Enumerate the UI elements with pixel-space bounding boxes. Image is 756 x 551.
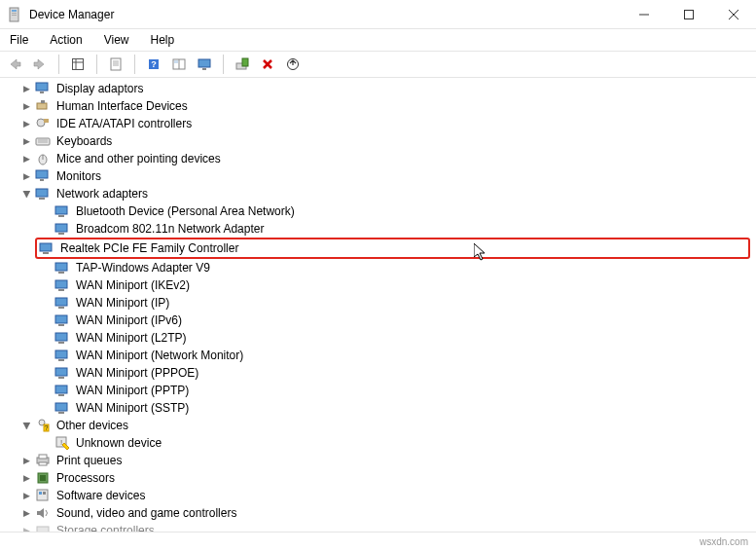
tree-node-other-devices[interactable]: ⯆ ? Other devices bbox=[6, 417, 750, 434]
tree-node-display-adaptors[interactable]: ▶ Display adaptors bbox=[6, 80, 750, 97]
minimize-button[interactable] bbox=[622, 0, 666, 29]
svg-rect-49 bbox=[58, 289, 64, 291]
svg-rect-46 bbox=[55, 263, 67, 271]
tree-label: Unknown device bbox=[74, 434, 163, 452]
svg-rect-38 bbox=[36, 189, 48, 197]
tree-node-software-devices[interactable]: ▶ Software devices bbox=[6, 487, 750, 504]
chevron-right-icon[interactable]: ▶ bbox=[19, 115, 33, 132]
ide-icon bbox=[35, 116, 51, 131]
toolbar-separator bbox=[58, 55, 59, 74]
menu-help[interactable]: Help bbox=[147, 31, 179, 49]
tree-node-sound[interactable]: ▶ Sound, video and game controllers bbox=[6, 504, 750, 522]
tree-node-wan-ikev2[interactable]: WAN Miniport (IKEv2) bbox=[6, 276, 750, 294]
menu-view[interactable]: View bbox=[100, 31, 133, 49]
chevron-right-icon[interactable]: ▶ bbox=[19, 132, 33, 150]
network-adapter-icon bbox=[54, 277, 70, 293]
uninstall-button[interactable] bbox=[257, 54, 278, 75]
tree-node-unknown-device[interactable]: ! Unknown device bbox=[6, 434, 750, 452]
chevron-right-icon[interactable]: ▶ bbox=[19, 150, 33, 167]
chevron-down-icon[interactable]: ⯆ bbox=[19, 417, 33, 434]
scan-hardware-button[interactable] bbox=[232, 54, 253, 75]
tree-node-network-adapters[interactable]: ⯆ Network adapters bbox=[6, 185, 750, 202]
tree-node-keyboards[interactable]: ▶ Keyboards bbox=[6, 132, 750, 150]
svg-rect-52 bbox=[55, 315, 67, 323]
tree-node-wan-ipv6[interactable]: WAN Miniport (IPv6) bbox=[6, 312, 750, 329]
svg-text:?: ? bbox=[151, 59, 157, 69]
view-mode-button[interactable] bbox=[168, 54, 190, 75]
svg-rect-75 bbox=[39, 492, 42, 495]
chevron-right-icon[interactable]: ▶ bbox=[19, 487, 33, 504]
chevron-right-icon[interactable]: ▶ bbox=[19, 522, 33, 532]
tree-node-wan-ip[interactable]: WAN Miniport (IP) bbox=[6, 294, 750, 312]
svg-text:!: ! bbox=[60, 438, 62, 447]
tree-label: IDE ATA/ATAPI controllers bbox=[54, 115, 194, 132]
device-tree[interactable]: ▶ Display adaptors ▶ Human Interface Dev… bbox=[0, 78, 756, 532]
tree-node-wan-pptp[interactable]: WAN Miniport (PPTP) bbox=[6, 382, 750, 399]
tree-label: Sound, video and game controllers bbox=[54, 504, 238, 522]
chevron-right-icon[interactable]: ▶ bbox=[19, 167, 33, 185]
tree-node-wan-sstp[interactable]: WAN Miniport (SSTP) bbox=[6, 399, 750, 417]
chevron-right-icon[interactable]: ▶ bbox=[19, 97, 33, 115]
network-icon bbox=[35, 186, 51, 202]
tree-node-processors[interactable]: ▶ Processors bbox=[6, 469, 750, 487]
chevron-right-icon[interactable]: ▶ bbox=[19, 469, 33, 487]
tree-label: Print queues bbox=[54, 452, 124, 469]
chevron-right-icon[interactable]: ▶ bbox=[19, 452, 33, 469]
properties-button[interactable] bbox=[105, 54, 126, 75]
update-driver-button[interactable] bbox=[282, 54, 304, 75]
tree-label: WAN Miniport (PPPOE) bbox=[74, 364, 200, 382]
storage-icon bbox=[35, 523, 51, 532]
maximize-button[interactable] bbox=[666, 0, 711, 29]
titlebar: Device Manager bbox=[0, 0, 756, 29]
tree-label: WAN Miniport (L2TP) bbox=[74, 329, 189, 347]
tree-node-monitors[interactable]: ▶ Monitors bbox=[6, 167, 750, 185]
tree-node-mice[interactable]: ▶ Mice and other pointing devices bbox=[6, 150, 750, 167]
tree-node-broadcom[interactable]: Broadcom 802.11n Network Adapter bbox=[6, 220, 750, 238]
toolbar-separator bbox=[223, 55, 224, 74]
chevron-right-icon[interactable]: ▶ bbox=[19, 504, 33, 522]
svg-rect-54 bbox=[55, 333, 67, 341]
svg-rect-59 bbox=[58, 377, 64, 379]
menu-file[interactable]: File bbox=[6, 31, 32, 49]
svg-rect-26 bbox=[40, 92, 44, 93]
tree-node-wan-pppoe[interactable]: WAN Miniport (PPPOE) bbox=[6, 364, 750, 382]
svg-rect-56 bbox=[55, 350, 67, 358]
tree-node-tap[interactable]: TAP-Windows Adapter V9 bbox=[6, 259, 750, 276]
svg-rect-20 bbox=[198, 59, 210, 67]
tree-node-wan-netmon[interactable]: WAN Miniport (Network Monitor) bbox=[6, 347, 750, 364]
svg-rect-36 bbox=[36, 170, 48, 178]
tree-node-storage[interactable]: ▶ Storage controllers bbox=[6, 522, 750, 532]
chevron-down-icon[interactable]: ⯆ bbox=[19, 185, 33, 202]
show-hide-button[interactable] bbox=[67, 54, 89, 75]
monitor-button[interactable] bbox=[194, 54, 215, 75]
tree-label: Monitors bbox=[54, 167, 103, 185]
tree-label: WAN Miniport (IP) bbox=[74, 294, 171, 312]
svg-rect-60 bbox=[55, 386, 67, 393]
close-button[interactable] bbox=[711, 0, 756, 29]
tree-node-bluetooth[interactable]: Bluetooth Device (Personal Area Network) bbox=[6, 202, 750, 220]
svg-rect-51 bbox=[58, 307, 64, 309]
tree-node-wan-l2tp[interactable]: WAN Miniport (L2TP) bbox=[6, 329, 750, 347]
menu-action[interactable]: Action bbox=[46, 31, 86, 49]
tree-label: WAN Miniport (SSTP) bbox=[74, 399, 191, 417]
svg-rect-62 bbox=[55, 403, 67, 411]
tree-label: WAN Miniport (IKEv2) bbox=[74, 276, 192, 294]
network-adapter-icon bbox=[54, 365, 70, 381]
tree-node-print-queues[interactable]: ▶ Print queues bbox=[6, 452, 750, 469]
svg-text:?: ? bbox=[45, 424, 49, 431]
other-devices-icon: ? bbox=[35, 418, 51, 433]
svg-rect-73 bbox=[40, 475, 46, 481]
tree-label: Keyboards bbox=[54, 132, 114, 150]
tree-node-realtek-highlighted[interactable]: Realtek PCIe FE Family Controller bbox=[35, 238, 750, 259]
tree-label: Human Interface Devices bbox=[54, 97, 190, 115]
chevron-right-icon[interactable]: ▶ bbox=[19, 80, 33, 97]
help-button[interactable]: ? bbox=[143, 54, 164, 75]
tree-label: Display adaptors bbox=[54, 80, 145, 97]
keyboard-icon bbox=[35, 133, 51, 149]
back-button[interactable] bbox=[4, 54, 25, 75]
tree-node-ide[interactable]: ▶ IDE ATA/ATAPI controllers bbox=[6, 115, 750, 132]
tree-node-hid[interactable]: ▶ Human Interface Devices bbox=[6, 97, 750, 115]
svg-rect-21 bbox=[202, 68, 206, 70]
forward-button[interactable] bbox=[29, 54, 51, 75]
network-adapter-icon bbox=[54, 383, 70, 398]
